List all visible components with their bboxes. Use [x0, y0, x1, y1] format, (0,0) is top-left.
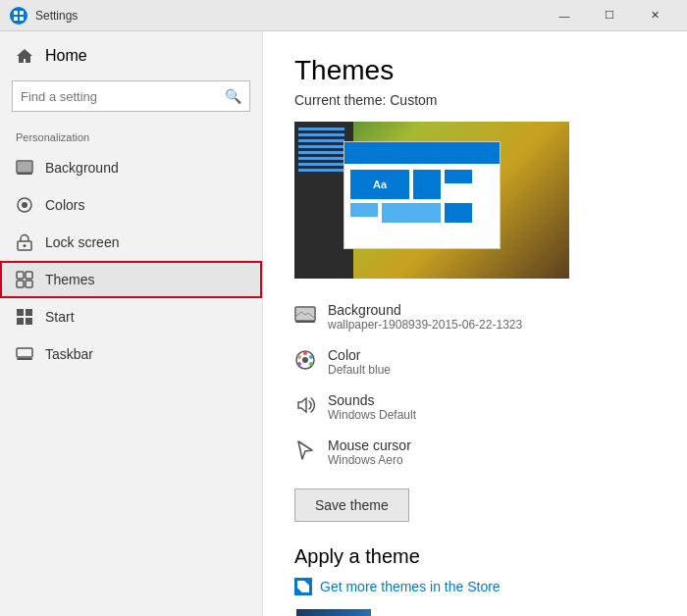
color-detail-icon	[294, 349, 316, 371]
detail-item-mouse-cursor[interactable]: Mouse cursor Windows Aero	[294, 430, 656, 475]
page-title: Themes	[294, 55, 656, 86]
svg-point-8	[22, 202, 27, 208]
svg-rect-13	[17, 281, 24, 287]
start-icon	[16, 308, 33, 326]
preview-tile-5	[445, 203, 472, 223]
svg-rect-11	[17, 272, 24, 279]
taskbar-line	[298, 139, 344, 142]
home-label: Home	[45, 47, 87, 65]
sounds-detail-text: Sounds Windows Default	[328, 392, 416, 422]
sidebar-item-taskbar-label: Taskbar	[45, 346, 93, 362]
sidebar-item-lock-screen-label: Lock screen	[45, 234, 119, 250]
sidebar-item-colors[interactable]: Colors	[0, 186, 262, 224]
restore-button[interactable]: ☐	[587, 0, 632, 31]
sidebar: Home 🔍 Personalization Background	[0, 31, 263, 616]
mouse-cursor-detail-title: Mouse cursor	[328, 437, 411, 453]
app-icon	[10, 7, 27, 25]
background-detail-icon	[294, 304, 316, 326]
svg-rect-5	[18, 162, 31, 172]
svg-rect-19	[17, 348, 32, 357]
svg-point-28	[309, 362, 313, 366]
svg-rect-0	[14, 11, 18, 15]
svg-rect-18	[26, 318, 32, 325]
detail-item-color[interactable]: Color Default blue	[294, 339, 656, 385]
sidebar-item-start-label: Start	[45, 309, 75, 325]
current-theme-label: Current theme: Custom	[294, 92, 656, 108]
search-box[interactable]: 🔍	[12, 80, 250, 112]
theme-thumb-1-img	[296, 609, 371, 616]
search-icon: 🔍	[225, 88, 241, 104]
svg-rect-10	[24, 244, 26, 247]
svg-point-30	[297, 362, 301, 366]
taskbar-line	[298, 128, 344, 130]
svg-rect-6	[17, 173, 32, 175]
theme-thumbs	[294, 607, 656, 616]
taskbar-line	[298, 157, 344, 160]
svg-rect-17	[17, 318, 24, 325]
store-link-label: Get more themes in the Store	[320, 579, 501, 594]
sidebar-item-home[interactable]: Home	[0, 31, 262, 77]
svg-point-25	[302, 357, 308, 363]
content-area: Themes Current theme: Custom Aa	[263, 31, 687, 616]
color-detail-text: Color Default blue	[328, 347, 391, 377]
apply-theme-title: Apply a theme	[294, 545, 656, 568]
background-icon	[16, 159, 33, 177]
preview-window-titlebar	[344, 142, 500, 164]
home-icon	[16, 47, 33, 65]
theme-thumb-1[interactable]	[294, 607, 373, 616]
window-title: Settings	[35, 9, 78, 23]
mouse-cursor-detail-icon	[294, 439, 316, 461]
titlebar-left: Settings	[10, 7, 78, 25]
sidebar-item-taskbar[interactable]: Taskbar	[0, 335, 262, 373]
preview-window-content: Aa	[344, 164, 500, 229]
detail-item-sounds[interactable]: Sounds Windows Default	[294, 385, 656, 430]
sidebar-item-background[interactable]: Background	[0, 149, 262, 186]
mouse-cursor-detail-text: Mouse cursor Windows Aero	[328, 437, 411, 467]
sidebar-item-colors-label: Colors	[45, 197, 84, 213]
preview-tile-2	[445, 170, 472, 183]
minimize-button[interactable]: —	[542, 0, 587, 31]
background-detail-text: Background wallpaper-1908939-2015-06-22-…	[328, 302, 522, 332]
sidebar-item-themes-label: Themes	[45, 272, 95, 287]
preview-tile-aa: Aa	[350, 170, 409, 199]
preview-tile-4	[382, 203, 441, 223]
store-icon-shape	[297, 581, 309, 592]
sidebar-item-start[interactable]: Start	[0, 298, 262, 335]
sidebar-item-background-label: Background	[45, 160, 119, 176]
taskbar-line	[298, 151, 344, 154]
taskbar-icon	[16, 345, 33, 363]
sounds-detail-subtitle: Windows Default	[328, 408, 416, 422]
svg-rect-1	[20, 11, 24, 15]
sidebar-section-label: Personalization	[0, 124, 262, 149]
mouse-cursor-detail-subtitle: Windows Aero	[328, 453, 411, 467]
taskbar-line	[298, 133, 344, 136]
preview-tile-1	[413, 170, 441, 199]
svg-rect-20	[17, 358, 32, 360]
save-theme-button[interactable]: Save theme	[294, 488, 409, 522]
svg-rect-14	[26, 281, 32, 287]
colors-icon	[16, 196, 33, 214]
lock-icon	[16, 233, 33, 251]
svg-point-29	[297, 355, 301, 359]
detail-item-background[interactable]: Background wallpaper-1908939-2015-06-22-…	[294, 294, 656, 339]
close-button[interactable]: ✕	[632, 0, 677, 31]
background-detail-title: Background	[328, 302, 522, 318]
preview-tile-3	[350, 203, 378, 217]
store-icon	[294, 578, 312, 595]
svg-rect-15	[17, 309, 24, 316]
preview-window: Aa	[344, 141, 501, 249]
background-detail-subtitle: wallpaper-1908939-2015-06-22-1323	[328, 318, 522, 332]
color-detail-subtitle: Default blue	[328, 363, 391, 377]
sidebar-item-themes[interactable]: Themes	[0, 261, 262, 298]
search-input[interactable]	[21, 89, 225, 104]
sounds-detail-title: Sounds	[328, 392, 416, 408]
titlebar: Settings — ☐ ✕	[0, 0, 687, 31]
sounds-detail-icon	[294, 394, 316, 416]
svg-rect-3	[20, 17, 24, 21]
store-link[interactable]: Get more themes in the Store	[294, 578, 656, 595]
taskbar-line	[298, 145, 344, 148]
svg-rect-23	[295, 321, 315, 323]
sidebar-item-lock-screen[interactable]: Lock screen	[0, 224, 262, 261]
svg-rect-2	[14, 17, 18, 21]
themes-icon	[16, 271, 33, 288]
